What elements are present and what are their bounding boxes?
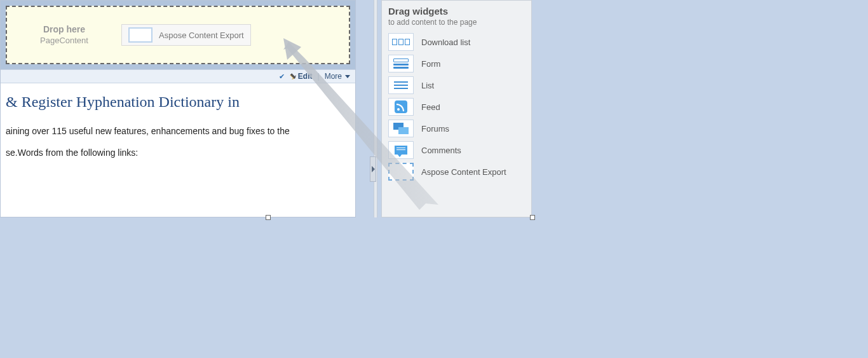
resize-handle-right[interactable] xyxy=(530,215,535,220)
dropzone-title: Drop here xyxy=(12,24,116,35)
widget-item-aspose-export[interactable]: Aspose Content Export xyxy=(388,163,525,181)
divider-rail xyxy=(374,0,377,217)
widget-item-label: Forums xyxy=(421,124,449,134)
app-stage: Drop here PageContent Aspose Content Exp… xyxy=(0,0,868,358)
article-line-2: se.Words from the following links: xyxy=(6,148,349,158)
forums-icon xyxy=(388,120,414,137)
dropzone-hint: Drop here PageContent xyxy=(7,24,121,46)
widget-item-download-list[interactable]: Download list xyxy=(388,33,525,51)
more-label: More xyxy=(325,72,342,81)
list-icon xyxy=(388,76,414,94)
article-line-1: aining over 115 useful new features, enh… xyxy=(6,126,349,136)
chevron-right-icon xyxy=(372,166,375,172)
comments-icon xyxy=(388,141,414,159)
toolbar-separator: | xyxy=(318,72,320,81)
widget-item-label: Aspose Content Export xyxy=(421,167,506,177)
more-menu-button[interactable]: More xyxy=(325,72,350,81)
panel-divider[interactable] xyxy=(370,0,381,217)
widget-palette: Drag widgets to add content to the page … xyxy=(381,0,532,217)
widget-item-label: Comments xyxy=(421,146,461,155)
dropped-widget-label: Aspose Content Export xyxy=(159,31,244,40)
widget-thumb-icon xyxy=(128,27,153,43)
article-content: & Register Hyphenation Dictionary in ain… xyxy=(1,83,355,178)
pencil-icon xyxy=(288,72,297,81)
download-list-icon xyxy=(388,33,414,51)
resize-handle-bottom[interactable] xyxy=(266,215,271,220)
page-editor-panel: Drop here PageContent Aspose Content Exp… xyxy=(0,0,356,217)
palette-heading: Drag widgets xyxy=(388,6,525,17)
dropped-widget-aspose-export[interactable]: Aspose Content Export xyxy=(121,24,251,46)
drop-band: Drop here PageContent Aspose Content Exp… xyxy=(1,1,355,69)
article-title: & Register Hyphenation Dictionary in xyxy=(6,93,349,111)
edit-button[interactable]: Edit xyxy=(290,72,313,81)
approve-icon[interactable]: ✔ xyxy=(279,72,285,81)
widget-item-comments[interactable]: Comments xyxy=(388,141,525,159)
page-content-dropzone[interactable]: Drop here PageContent Aspose Content Exp… xyxy=(6,6,350,64)
widget-item-feed[interactable]: Feed xyxy=(388,98,525,116)
aspose-export-icon xyxy=(388,163,414,181)
widget-item-form[interactable]: Form xyxy=(388,55,525,72)
feed-icon xyxy=(388,98,414,116)
form-icon xyxy=(388,55,414,72)
collapse-sidebar-button[interactable] xyxy=(370,156,376,182)
widget-item-label: Form xyxy=(421,59,440,69)
widget-item-list[interactable]: List xyxy=(388,76,525,94)
palette-subheading: to add content to the page xyxy=(388,18,525,27)
dropzone-subtitle: PageContent xyxy=(12,36,116,46)
edit-label: Edit xyxy=(298,72,313,81)
widget-item-label: Download list xyxy=(421,38,470,47)
widget-item-label: List xyxy=(421,81,434,90)
chevron-down-icon xyxy=(345,75,350,78)
widget-item-label: Feed xyxy=(421,102,440,112)
widget-item-forums[interactable]: Forums xyxy=(388,120,525,137)
content-toolbar: ✔ Edit | More xyxy=(1,69,355,83)
